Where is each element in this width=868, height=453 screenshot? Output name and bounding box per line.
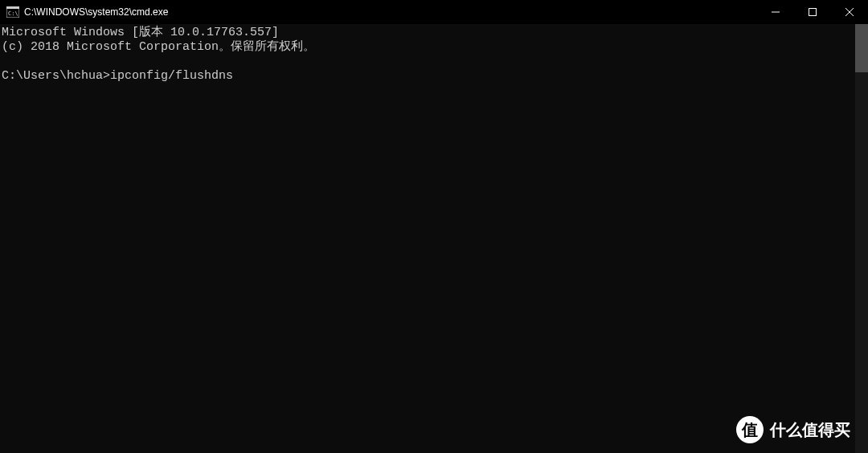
vertical-scrollbar[interactable] — [855, 24, 868, 453]
window-titlebar: C:\ C:\WINDOWS\system32\cmd.exe — [0, 0, 868, 24]
close-button[interactable] — [831, 0, 868, 24]
window-controls — [757, 0, 868, 24]
terminal-body: Microsoft Windows [版本 10.0.17763.557] (c… — [0, 24, 868, 453]
terminal-prompt: C:\Users\hchua> — [2, 69, 110, 83]
watermark-text: 什么值得买 — [770, 419, 850, 441]
maximize-button[interactable] — [794, 0, 831, 24]
window-title: C:\WINDOWS\system32\cmd.exe — [24, 6, 168, 18]
svg-text:C:\: C:\ — [8, 10, 18, 17]
minimize-button[interactable] — [757, 0, 794, 24]
terminal-content[interactable]: Microsoft Windows [版本 10.0.17763.557] (c… — [0, 24, 855, 453]
titlebar-left: C:\ C:\WINDOWS\system32\cmd.exe — [0, 6, 168, 18]
scrollbar-thumb[interactable] — [855, 24, 868, 72]
watermark-badge-icon: 值 — [736, 416, 764, 443]
svg-rect-1 — [6, 6, 19, 9]
terminal-line: (c) 2018 Microsoft Corporation。保留所有权利。 — [2, 40, 315, 54]
terminal-line: Microsoft Windows [版本 10.0.17763.557] — [2, 26, 279, 39]
terminal-command: ipconfig/flushdns — [110, 69, 233, 83]
svg-rect-4 — [809, 9, 817, 16]
watermark-badge-text: 值 — [742, 419, 758, 441]
cmd-icon: C:\ — [6, 6, 19, 18]
watermark: 值 什么值得买 — [736, 416, 850, 443]
